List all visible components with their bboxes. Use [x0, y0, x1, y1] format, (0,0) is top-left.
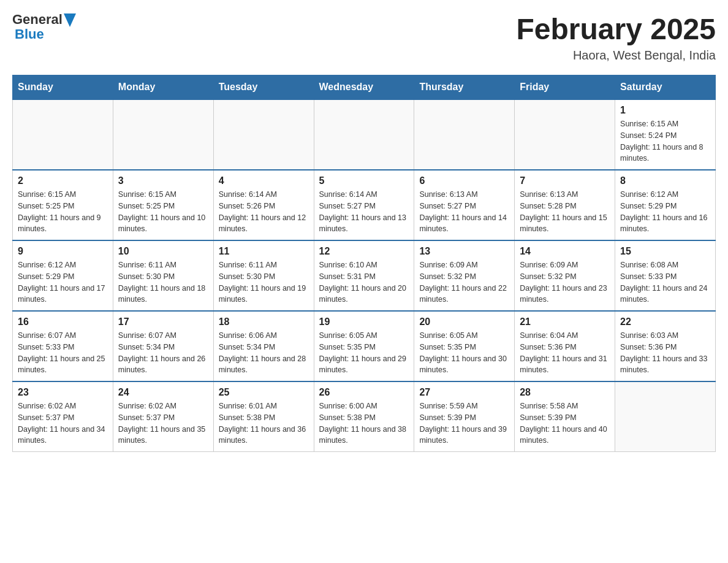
calendar-cell-week5-day2: 25Sunrise: 6:01 AMSunset: 5:38 PMDayligh… — [213, 381, 314, 452]
calendar-cell-week1-day1 — [113, 99, 213, 170]
day-number: 24 — [118, 387, 208, 398]
calendar-cell-week4-day2: 18Sunrise: 6:06 AMSunset: 5:34 PMDayligh… — [213, 311, 314, 381]
calendar-cell-week3-day5: 14Sunrise: 6:09 AMSunset: 5:32 PMDayligh… — [515, 240, 615, 311]
day-info: Sunrise: 6:15 AMSunset: 5:25 PMDaylight:… — [118, 189, 208, 235]
calendar-cell-week5-day6 — [615, 381, 716, 452]
day-number: 13 — [419, 246, 509, 257]
day-number: 4 — [219, 175, 309, 186]
calendar-cell-week3-day6: 15Sunrise: 6:08 AMSunset: 5:33 PMDayligh… — [615, 240, 716, 311]
week-row-5: 23Sunrise: 6:02 AMSunset: 5:37 PMDayligh… — [13, 381, 716, 452]
day-number: 11 — [219, 246, 309, 257]
logo-blue-text: Blue — [15, 27, 76, 42]
day-info: Sunrise: 6:01 AMSunset: 5:38 PMDaylight:… — [219, 400, 309, 446]
calendar-cell-week4-day4: 20Sunrise: 6:05 AMSunset: 5:35 PMDayligh… — [414, 311, 515, 381]
day-info: Sunrise: 5:58 AMSunset: 5:39 PMDaylight:… — [520, 400, 610, 446]
day-number: 18 — [219, 316, 309, 327]
day-info: Sunrise: 6:07 AMSunset: 5:33 PMDaylight:… — [18, 330, 108, 376]
week-row-2: 2Sunrise: 6:15 AMSunset: 5:25 PMDaylight… — [13, 170, 716, 240]
day-number: 14 — [520, 246, 610, 257]
day-info: Sunrise: 6:15 AMSunset: 5:25 PMDaylight:… — [18, 189, 108, 235]
day-number: 15 — [620, 246, 710, 257]
day-info: Sunrise: 6:03 AMSunset: 5:36 PMDaylight:… — [620, 330, 710, 376]
day-info: Sunrise: 5:59 AMSunset: 5:39 PMDaylight:… — [419, 400, 509, 446]
calendar-cell-week5-day1: 24Sunrise: 6:02 AMSunset: 5:37 PMDayligh… — [113, 381, 213, 452]
weekday-header-tuesday: Tuesday — [213, 75, 314, 100]
day-info: Sunrise: 6:06 AMSunset: 5:34 PMDaylight:… — [219, 330, 309, 376]
calendar-cell-week1-day2 — [213, 99, 314, 170]
calendar-cell-week1-day3 — [314, 99, 414, 170]
day-info: Sunrise: 6:08 AMSunset: 5:33 PMDaylight:… — [620, 259, 710, 305]
calendar-cell-week4-day3: 19Sunrise: 6:05 AMSunset: 5:35 PMDayligh… — [314, 311, 414, 381]
day-info: Sunrise: 6:00 AMSunset: 5:38 PMDaylight:… — [319, 400, 409, 446]
calendar-cell-week5-day5: 28Sunrise: 5:58 AMSunset: 5:39 PMDayligh… — [515, 381, 615, 452]
calendar-cell-week2-day4: 6Sunrise: 6:13 AMSunset: 5:27 PMDaylight… — [414, 170, 515, 240]
weekday-header-thursday: Thursday — [414, 75, 515, 100]
day-info: Sunrise: 6:10 AMSunset: 5:31 PMDaylight:… — [319, 259, 409, 305]
logo-general-text: General — [12, 12, 63, 27]
calendar-cell-week3-day3: 12Sunrise: 6:10 AMSunset: 5:31 PMDayligh… — [314, 240, 414, 311]
day-info: Sunrise: 6:11 AMSunset: 5:30 PMDaylight:… — [118, 259, 208, 305]
svg-marker-0 — [64, 13, 76, 27]
day-number: 6 — [419, 175, 509, 186]
day-info: Sunrise: 6:09 AMSunset: 5:32 PMDaylight:… — [419, 259, 509, 305]
location-subtitle: Haora, West Bengal, India — [516, 48, 716, 63]
day-number: 27 — [419, 387, 509, 398]
week-row-3: 9Sunrise: 6:12 AMSunset: 5:29 PMDaylight… — [13, 240, 716, 311]
day-info: Sunrise: 6:13 AMSunset: 5:27 PMDaylight:… — [419, 189, 509, 235]
week-row-4: 16Sunrise: 6:07 AMSunset: 5:33 PMDayligh… — [13, 311, 716, 381]
day-info: Sunrise: 6:02 AMSunset: 5:37 PMDaylight:… — [118, 400, 208, 446]
day-number: 22 — [620, 316, 710, 327]
day-number: 7 — [520, 175, 610, 186]
week-row-1: 1Sunrise: 6:15 AMSunset: 5:24 PMDaylight… — [13, 99, 716, 170]
day-number: 25 — [219, 387, 309, 398]
day-number: 12 — [319, 246, 409, 257]
calendar-cell-week4-day6: 22Sunrise: 6:03 AMSunset: 5:36 PMDayligh… — [615, 311, 716, 381]
calendar-cell-week2-day3: 5Sunrise: 6:14 AMSunset: 5:27 PMDaylight… — [314, 170, 414, 240]
calendar-cell-week1-day0 — [13, 99, 113, 170]
day-info: Sunrise: 6:14 AMSunset: 5:26 PMDaylight:… — [219, 189, 309, 235]
calendar-cell-week5-day0: 23Sunrise: 6:02 AMSunset: 5:37 PMDayligh… — [13, 381, 113, 452]
weekday-header-friday: Friday — [515, 75, 615, 100]
day-number: 26 — [319, 387, 409, 398]
day-number: 17 — [118, 316, 208, 327]
calendar-cell-week3-day4: 13Sunrise: 6:09 AMSunset: 5:32 PMDayligh… — [414, 240, 515, 311]
day-info: Sunrise: 6:11 AMSunset: 5:30 PMDaylight:… — [219, 259, 309, 305]
calendar-table: SundayMondayTuesdayWednesdayThursdayFrid… — [12, 75, 716, 452]
calendar-cell-week3-day2: 11Sunrise: 6:11 AMSunset: 5:30 PMDayligh… — [213, 240, 314, 311]
day-number: 19 — [319, 316, 409, 327]
day-info: Sunrise: 6:05 AMSunset: 5:35 PMDaylight:… — [319, 330, 409, 376]
day-info: Sunrise: 6:09 AMSunset: 5:32 PMDaylight:… — [520, 259, 610, 305]
calendar-cell-week2-day1: 3Sunrise: 6:15 AMSunset: 5:25 PMDaylight… — [113, 170, 213, 240]
day-number: 23 — [18, 387, 108, 398]
day-number: 3 — [118, 175, 208, 186]
day-info: Sunrise: 6:05 AMSunset: 5:35 PMDaylight:… — [419, 330, 509, 376]
calendar-cell-week2-day5: 7Sunrise: 6:13 AMSunset: 5:28 PMDaylight… — [515, 170, 615, 240]
calendar-cell-week1-day4 — [414, 99, 515, 170]
day-info: Sunrise: 6:04 AMSunset: 5:36 PMDaylight:… — [520, 330, 610, 376]
logo: General Blue — [12, 12, 76, 42]
day-info: Sunrise: 6:12 AMSunset: 5:29 PMDaylight:… — [18, 259, 108, 305]
day-number: 2 — [18, 175, 108, 186]
month-year-title: February 2025 — [516, 12, 716, 46]
calendar-cell-week3-day1: 10Sunrise: 6:11 AMSunset: 5:30 PMDayligh… — [113, 240, 213, 311]
calendar-cell-week5-day3: 26Sunrise: 6:00 AMSunset: 5:38 PMDayligh… — [314, 381, 414, 452]
day-info: Sunrise: 6:07 AMSunset: 5:34 PMDaylight:… — [118, 330, 208, 376]
calendar-cell-week2-day6: 8Sunrise: 6:12 AMSunset: 5:29 PMDaylight… — [615, 170, 716, 240]
calendar-cell-week5-day4: 27Sunrise: 5:59 AMSunset: 5:39 PMDayligh… — [414, 381, 515, 452]
day-info: Sunrise: 6:15 AMSunset: 5:24 PMDaylight:… — [620, 118, 710, 164]
day-number: 20 — [419, 316, 509, 327]
calendar-cell-week1-day5 — [515, 99, 615, 170]
weekday-header-monday: Monday — [113, 75, 213, 100]
calendar-cell-week4-day0: 16Sunrise: 6:07 AMSunset: 5:33 PMDayligh… — [13, 311, 113, 381]
calendar-cell-week4-day5: 21Sunrise: 6:04 AMSunset: 5:36 PMDayligh… — [515, 311, 615, 381]
weekday-header-row: SundayMondayTuesdayWednesdayThursdayFrid… — [13, 75, 716, 100]
calendar-cell-week4-day1: 17Sunrise: 6:07 AMSunset: 5:34 PMDayligh… — [113, 311, 213, 381]
day-number: 5 — [319, 175, 409, 186]
day-number: 9 — [18, 246, 108, 257]
calendar-cell-week3-day0: 9Sunrise: 6:12 AMSunset: 5:29 PMDaylight… — [13, 240, 113, 311]
day-number: 16 — [18, 316, 108, 327]
day-number: 8 — [620, 175, 710, 186]
weekday-header-sunday: Sunday — [13, 75, 113, 100]
day-number: 21 — [520, 316, 610, 327]
page-header: General Blue February 2025 Haora, West B… — [12, 12, 716, 63]
